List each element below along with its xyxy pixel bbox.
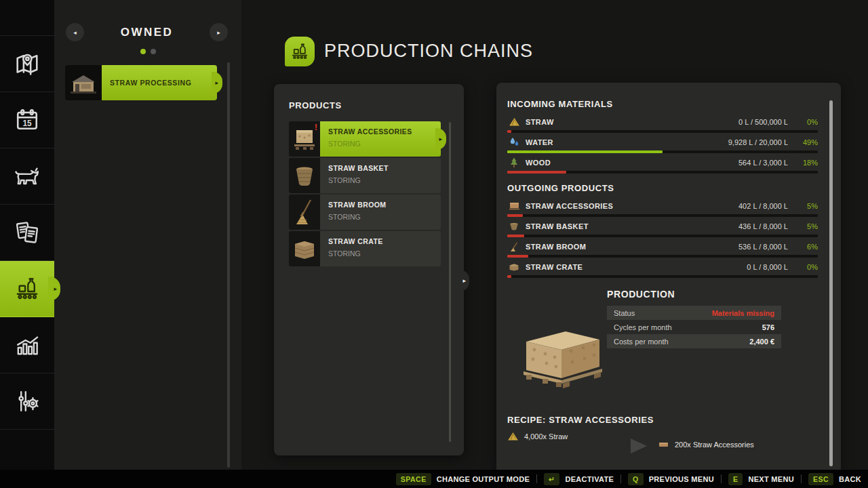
product-row-straw-broom: STRAW BROOM 536 L / 8,000 L 6%: [507, 241, 818, 258]
product-item-straw-accessories[interactable]: ! STRAW ACCESSORIES STORING ▸: [289, 121, 441, 157]
action-next-menu[interactable]: E NEXT MENU: [728, 473, 794, 485]
material-amount: 564 L / 3,000 L: [738, 159, 788, 167]
sidebar-item-map[interactable]: [0, 36, 54, 92]
product-item-straw-broom[interactable]: STRAW BROOM STORING: [289, 195, 441, 230]
fill-bar: [507, 235, 818, 237]
product-item-straw-basket[interactable]: STRAW BASKET STORING: [289, 158, 441, 193]
product-name: STRAW CRATE: [526, 263, 583, 271]
product-name: STRAW BASKET: [526, 222, 589, 230]
action-deactivate[interactable]: ↵ DEACTIVATE: [544, 473, 614, 485]
product-name: STRAW CRATE: [328, 237, 441, 245]
owned-scrollbar[interactable]: [227, 62, 230, 468]
recipe-output-label: 200x Straw Accessories: [675, 441, 754, 449]
production-row-status: Status Materials missing: [607, 306, 781, 320]
products-scrollbar[interactable]: [449, 122, 451, 442]
row-label: Cycles per month: [614, 323, 672, 331]
product-plate: STRAW BASKET STORING: [320, 158, 441, 193]
right-arrow-icon: ▸: [217, 29, 220, 36]
recipe-arrow-icon: [631, 439, 647, 453]
incoming-title: INCOMING MATERIALS: [507, 99, 818, 109]
sidebar-item-animals[interactable]: [0, 148, 54, 205]
action-change-output-mode[interactable]: SPACE CHANGE OUTPUT MODE: [396, 473, 530, 485]
owned-panel: ◂ OWNED ▸ STRAW PROCESSING ▸: [54, 0, 241, 488]
e-key-badge: E: [728, 473, 743, 485]
left-arrow-icon: ◂: [73, 29, 77, 36]
owned-title: OWNED: [121, 26, 174, 39]
product-amount: 436 L / 8,000 L: [738, 222, 788, 230]
product-percent: 0%: [788, 263, 818, 271]
material-percent: 49%: [788, 138, 818, 146]
product-plate: STRAW CRATE STORING: [320, 231, 441, 266]
sidebar-item-calendar[interactable]: 15: [0, 92, 54, 148]
production-row-cycles: Cycles per month 576: [607, 320, 781, 334]
product-name: STRAW BROOM: [328, 201, 441, 209]
product-percent: 5%: [788, 222, 818, 230]
map-icon: [12, 49, 42, 79]
product-status: STORING: [328, 249, 441, 258]
material-name: STRAW: [526, 118, 554, 126]
product-percent: 5%: [788, 202, 818, 210]
product-item-straw-crate[interactable]: STRAW CRATE STORING: [289, 231, 441, 266]
fill-bar-value: [507, 130, 511, 133]
fill-bar-value: [507, 214, 523, 217]
sidebar-item-prices[interactable]: [0, 205, 54, 261]
product-thumbnail: [289, 231, 320, 266]
statistics-icon: [12, 330, 42, 360]
material-amount: 9,928 L / 20,000 L: [728, 138, 788, 146]
action-previous-menu[interactable]: Q PREVIOUS MENU: [628, 473, 714, 485]
straw-icon: [507, 117, 521, 127]
page-dot-active: [140, 49, 146, 54]
product-image: [518, 325, 605, 393]
owned-next-button[interactable]: ▸: [210, 23, 228, 41]
sliders-gear-icon: [12, 386, 42, 416]
sidebar-item-statistics[interactable]: [0, 317, 54, 373]
facility-thumbnail: [65, 65, 102, 100]
sidebar-item-production-chains[interactable]: ▸: [0, 261, 54, 317]
sidebar-item-settings[interactable]: [0, 373, 54, 430]
owned-prev-button[interactable]: ◂: [66, 23, 84, 41]
row-label: Costs per month: [614, 338, 669, 346]
action-label: PREVIOUS MENU: [649, 475, 714, 483]
cow-icon: [12, 161, 42, 191]
action-label: NEXT MENU: [748, 475, 793, 483]
product-status: STORING: [328, 213, 441, 221]
owned-item-straw-processing[interactable]: STRAW PROCESSING ▸: [65, 65, 217, 100]
action-label: CHANGE OUTPUT MODE: [437, 475, 530, 483]
divider: [620, 474, 621, 483]
straw-icon: [507, 432, 519, 441]
action-label: DEACTIVATE: [565, 475, 614, 483]
q-key-badge: Q: [628, 473, 644, 485]
product-name: STRAW BASKET: [328, 164, 441, 172]
material-amount: 0 L / 500,000 L: [738, 118, 788, 126]
fill-bar-value: [507, 255, 528, 258]
product-name: STRAW BROOM: [526, 243, 586, 251]
active-tab-arrow-icon: ▸: [54, 285, 57, 292]
production-row-costs: Costs per month 2,400 €: [607, 334, 781, 348]
product-amount: 0 L / 8,000 L: [747, 263, 788, 271]
divider: [721, 474, 722, 483]
straw-accessories-icon: [658, 441, 669, 449]
fill-bar: [507, 255, 818, 258]
action-back[interactable]: ESC BACK: [808, 473, 861, 485]
panel-expand-arrow-icon: ▸: [462, 277, 466, 284]
recipe-input-label: 4,000x Straw: [524, 432, 568, 441]
divider: [801, 474, 802, 483]
product-amount: 536 L / 8,000 L: [738, 243, 788, 251]
plate-arrow-icon: ▸: [215, 79, 218, 86]
material-name: WATER: [526, 138, 553, 146]
products-title: PRODUCTS: [274, 84, 464, 110]
enter-key-badge: ↵: [544, 473, 559, 485]
straw-broom-icon: [507, 242, 521, 252]
cycles-value: 576: [762, 323, 774, 331]
detail-scrollbar[interactable]: [829, 100, 833, 466]
product-thumbnail: !: [289, 121, 320, 157]
action-label: BACK: [839, 475, 861, 483]
fill-bar: [507, 171, 818, 174]
fill-bar-value: [507, 171, 566, 174]
fill-bar: [507, 275, 818, 278]
recipe-row: 4,000x Straw 200x Straw Accessories: [507, 432, 818, 462]
costs-value: 2,400 €: [749, 338, 774, 346]
sidebar-spacer: [0, 0, 54, 36]
product-percent: 6%: [788, 243, 818, 251]
product-status: STORING: [328, 176, 441, 184]
